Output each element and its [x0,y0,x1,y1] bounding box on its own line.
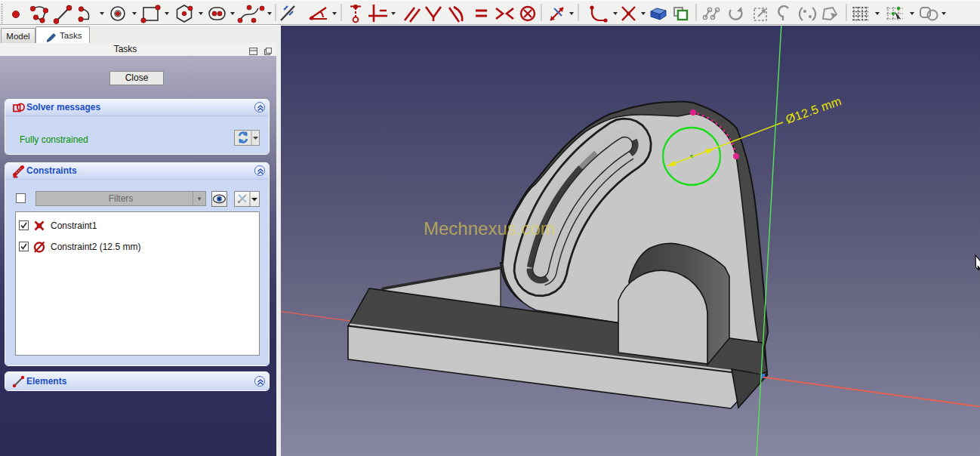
svg-text:Mechnexus.com: Mechnexus.com [424,218,556,239]
